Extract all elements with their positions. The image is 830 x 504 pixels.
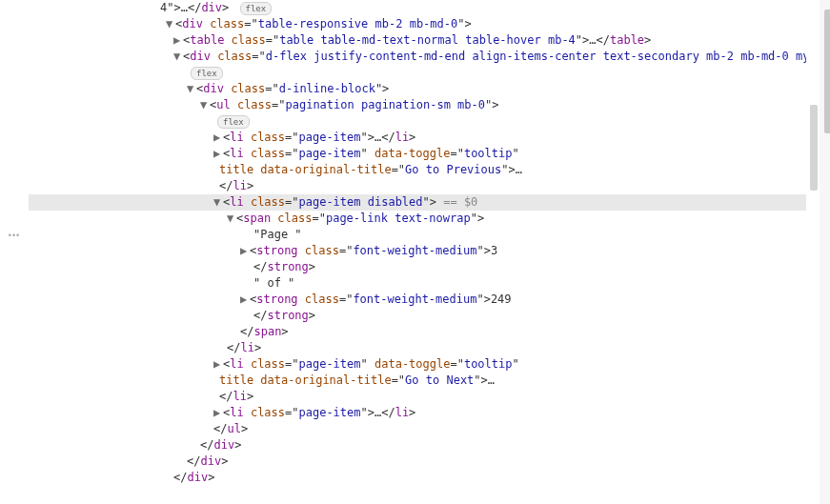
expand-arrow-icon[interactable]: ▼ — [187, 81, 196, 97]
attr-value: page-item — [299, 147, 361, 160]
scrollbar-thumb[interactable] — [810, 105, 818, 191]
expand-arrow-icon[interactable]: ▶ — [213, 405, 223, 421]
devtools-elements-panel: ••• 4">…</div> flex ▼<div class="table-r… — [0, 0, 830, 504]
selected-element-indicator: == $0 — [436, 195, 477, 209]
dom-node-close[interactable]: </ul> — [29, 421, 830, 437]
dom-node[interactable]: ▶<li class="page-item">…</li> — [29, 130, 830, 146]
dom-node[interactable]: ▶<li class="page-item" data-toggle="tool… — [29, 146, 830, 162]
dom-node[interactable]: ▼<div class="d-flex justify-content-md-e… — [29, 49, 830, 65]
dom-node[interactable]: ▶<li class="page-item">…</li> — [29, 405, 830, 421]
attr-value: tooltip — [464, 147, 513, 160]
attr-name: class — [237, 98, 272, 111]
dom-text: 249 — [491, 292, 512, 306]
dom-node-close[interactable]: </span> — [29, 324, 830, 340]
expand-arrow-icon[interactable]: ▼ — [166, 16, 175, 32]
dom-node-continued[interactable]: title data-original-title="Go to Previou… — [29, 162, 830, 178]
dom-badge-row: flex — [29, 113, 830, 130]
attr-name: data-toggle — [375, 357, 450, 371]
dom-text-node[interactable]: "Page " — [29, 227, 830, 243]
attr-value: page-item — [299, 357, 361, 371]
attr-name: data-toggle — [375, 147, 450, 160]
dom-node[interactable]: ▶<li class="page-item" data-toggle="tool… — [29, 356, 830, 373]
inner-scrollbar[interactable] — [806, 0, 820, 504]
attr-name: class — [210, 17, 244, 30]
expand-arrow-icon[interactable]: ▶ — [213, 130, 223, 146]
expand-arrow-icon[interactable]: ▶ — [213, 146, 223, 162]
expand-arrow-icon[interactable]: ▼ — [173, 49, 183, 65]
dom-node[interactable]: 4">…</div> flex — [29, 0, 830, 16]
dom-text: 4"> — [160, 1, 181, 14]
attr-name: class — [251, 406, 285, 419]
dom-node-close[interactable]: </strong> — [29, 308, 830, 324]
attr-value: Go to Next — [405, 373, 474, 387]
dom-text-node[interactable]: " of " — [29, 275, 830, 292]
attr-value: pagination pagination-sm mb-0 — [286, 98, 486, 111]
attr-name: class — [251, 195, 285, 209]
dom-text: 3 — [491, 244, 497, 257]
dom-node[interactable]: ▼<span class="page-link text-nowrap"> — [29, 211, 830, 227]
attr-name: data-original-title — [260, 373, 391, 387]
devtools-gutter: ••• — [0, 0, 29, 504]
attr-value: page-item — [299, 131, 361, 144]
attr-value: page-item — [299, 406, 361, 419]
attr-name: class — [305, 292, 339, 306]
flex-badge[interactable]: flex — [191, 67, 223, 80]
expand-arrow-icon[interactable]: ▶ — [173, 32, 183, 49]
dom-ellipsis: … — [181, 1, 188, 14]
attr-value: table table-md-text-normal table-hover m… — [279, 33, 576, 47]
dom-string: " of " — [253, 276, 294, 290]
expand-arrow-icon[interactable]: ▶ — [240, 243, 250, 259]
dom-node[interactable]: ▶<strong class="font-weight-medium">3 — [29, 243, 830, 259]
dom-tree[interactable]: 4">…</div> flex ▼<div class="table-respo… — [29, 0, 830, 504]
attr-name: class — [305, 244, 339, 257]
attr-value: table-responsive mb-2 mb-md-0 — [258, 17, 458, 30]
attr-name: class — [232, 33, 266, 47]
flex-badge[interactable]: flex — [240, 2, 273, 15]
ellipsis-indicator-icon: ••• — [9, 231, 20, 240]
dom-node[interactable]: ▼<div class="d-inline-block"> — [29, 81, 830, 97]
dom-badge-row: flex — [29, 65, 830, 81]
dom-node-selected[interactable]: ▼<li class="page-item disabled"> == $0 — [29, 194, 830, 211]
dom-node-close[interactable]: </strong> — [29, 259, 830, 275]
attr-name: title — [219, 163, 253, 176]
attr-name: data-original-title — [260, 163, 391, 176]
dom-node-close[interactable]: </li> — [29, 389, 830, 405]
dom-node-close[interactable]: </li> — [29, 178, 830, 194]
dom-node[interactable]: ▼<ul class="pagination pagination-sm mb-… — [29, 97, 830, 113]
attr-name: title — [219, 373, 253, 387]
attr-value: d-inline-block — [279, 82, 375, 95]
scrollbar-thumb[interactable] — [824, 10, 830, 133]
dom-node-close[interactable]: </div> — [29, 454, 830, 470]
attr-value: font-weight-medium — [353, 292, 476, 306]
dom-node-close[interactable]: </div> — [29, 437, 830, 454]
dom-node-close[interactable]: </div> — [29, 470, 830, 486]
dom-node[interactable]: ▶<strong class="font-weight-medium">249 — [29, 292, 830, 308]
dom-node-close[interactable]: </li> — [29, 340, 830, 356]
attr-name: class — [251, 357, 285, 371]
attr-value: d-flex justify-content-md-end align-item… — [266, 50, 823, 63]
attr-value: font-weight-medium — [353, 244, 476, 257]
expand-arrow-icon[interactable]: ▶ — [240, 292, 250, 308]
attr-value: Go to Previous — [405, 163, 501, 176]
attr-value: page-item disabled — [299, 195, 423, 209]
expand-arrow-icon[interactable]: ▼ — [213, 194, 223, 211]
attr-name: class — [277, 212, 312, 225]
attr-value: page-link text-nowrap — [326, 212, 471, 225]
attr-name: class — [251, 131, 285, 144]
attr-name: class — [251, 147, 285, 160]
attr-name: class — [217, 50, 252, 63]
expand-arrow-icon[interactable]: ▼ — [200, 97, 210, 113]
dom-node-continued[interactable]: title data-original-title="Go to Next">… — [29, 373, 830, 389]
attr-value: tooltip — [464, 357, 513, 371]
dom-node[interactable]: ▼<div class="table-responsive mb-2 mb-md… — [29, 16, 830, 32]
expand-arrow-icon[interactable]: ▶ — [213, 356, 223, 373]
dom-node[interactable]: ▶<table class="table table-md-text-norma… — [29, 32, 830, 49]
dom-string: "Page " — [253, 228, 302, 241]
flex-badge[interactable]: flex — [217, 115, 250, 129]
attr-name: class — [231, 82, 265, 95]
expand-arrow-icon[interactable]: ▼ — [227, 211, 236, 227]
outer-scrollbar[interactable] — [820, 0, 830, 504]
